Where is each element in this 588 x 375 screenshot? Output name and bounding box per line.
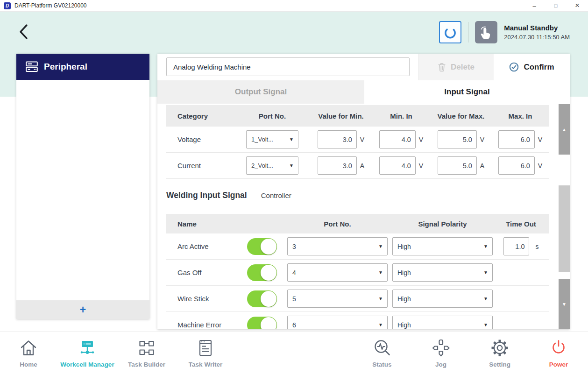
arc-active-port-select[interactable]: 3 ▼ [287, 237, 388, 255]
arrow-up-icon: ▲ [562, 127, 567, 132]
current-max-in-input[interactable] [498, 156, 535, 175]
row-label: Gas Off [166, 269, 241, 276]
minimize-icon[interactable]: – [524, 0, 545, 11]
unit-label: V [360, 136, 364, 143]
nav-label: Power [549, 361, 568, 368]
chevron-down-icon: ▼ [378, 322, 387, 327]
unit-label: V [538, 136, 542, 143]
voltage-value-for-max-input[interactable] [438, 130, 477, 149]
row-label: Machine Error [166, 321, 241, 329]
col-max-in: Max. In [491, 112, 549, 120]
machine-error-toggle[interactable] [247, 317, 277, 330]
col-name: Name [166, 220, 241, 228]
col-value-for-min: Value for Min. [310, 112, 372, 120]
arc-active-polarity-select[interactable]: High ▼ [392, 237, 493, 255]
peripheral-sidebar: Peripheral + [16, 54, 149, 319]
tab-input-signal[interactable]: Input Signal [364, 80, 570, 104]
arc-active-timeout-input[interactable] [503, 237, 529, 255]
back-button[interactable] [18, 23, 30, 40]
unit-label: V [480, 136, 484, 143]
select-value: 4 [288, 269, 296, 276]
robot-status: Manual Standby 2024.07.30 11:15:50 AM [504, 24, 570, 41]
signal-tabs: Output Signal Input Signal [157, 80, 570, 104]
voltage-max-in-input[interactable] [498, 130, 535, 149]
nav-item-power[interactable]: Power [524, 337, 588, 368]
trash-icon [438, 62, 446, 72]
gas-off-polarity-select[interactable]: High ▼ [392, 263, 493, 282]
voltage-port-select[interactable]: 1_Volt... ▼ [246, 130, 298, 149]
select-value: 1_Volt... [247, 136, 273, 143]
robot-tcp-button[interactable] [439, 21, 461, 43]
confirm-button-label: Confirm [524, 63, 554, 72]
nav-label: Home [20, 361, 37, 368]
nav-item-task-writer[interactable]: Task Writer [170, 337, 241, 368]
vertical-scrollbar: ▲ ▼ [559, 54, 570, 329]
app-title: DART-Platform GV02120000 [14, 2, 87, 9]
section-title: Welding Input Signal [166, 191, 247, 200]
table-row-machine-error: Machine Error 6 ▼ High ▼ [166, 312, 549, 329]
toggle-knob [261, 265, 276, 281]
unit-label: A [360, 162, 364, 170]
power-icon [548, 337, 569, 359]
add-peripheral-button[interactable]: + [16, 300, 149, 319]
col-min-in: Min. In [372, 112, 431, 120]
manual-mode-badge[interactable] [475, 21, 497, 43]
select-value: 6 [288, 321, 296, 329]
row-label: Current [166, 162, 234, 170]
row-label: Voltage [166, 135, 234, 143]
maximize-icon[interactable]: □ [545, 0, 567, 11]
chevron-down-icon: ▼ [483, 244, 492, 249]
wire-stick-toggle[interactable] [247, 290, 277, 307]
unit-label: V [538, 162, 542, 170]
gas-off-toggle[interactable] [247, 264, 277, 281]
close-icon[interactable]: × [567, 0, 588, 11]
chevron-down-icon: ▼ [483, 322, 492, 327]
scroll-up-button[interactable]: ▲ [559, 104, 570, 155]
table-row-gas-off: Gas Off 4 ▼ High ▼ [166, 260, 549, 286]
nav-label: Status [372, 361, 391, 368]
gas-off-port-select[interactable]: 4 ▼ [287, 263, 388, 282]
check-circle-icon [509, 62, 519, 72]
toggle-knob [261, 317, 276, 330]
toggle-knob [261, 239, 276, 255]
current-value-for-min-input[interactable] [318, 156, 357, 175]
voltage-value-for-min-input[interactable] [318, 130, 357, 149]
toggle-knob [261, 291, 276, 307]
delete-button[interactable]: Delete [418, 54, 494, 80]
wire-stick-polarity-select[interactable]: High ▼ [392, 290, 493, 308]
scroll-down-button[interactable]: ▼ [559, 279, 570, 329]
task-writer-icon [195, 337, 216, 359]
welding-section-heading: Welding Input Signal Controller [166, 191, 291, 200]
tab-output-signal[interactable]: Output Signal [157, 80, 364, 104]
select-value: 2_Volt... [247, 162, 273, 169]
machine-error-polarity-select[interactable]: High ▼ [392, 316, 493, 329]
row-label: Wire Stick [166, 295, 241, 303]
chevron-down-icon: ▼ [378, 296, 387, 301]
current-value-for-max-input[interactable] [438, 156, 477, 175]
unit-label: A [480, 162, 484, 170]
window-controls: – □ × [524, 0, 588, 11]
scrollbar-thumb[interactable] [559, 185, 570, 272]
col-time-out: Time Out [493, 220, 549, 228]
setting-gear-icon [489, 337, 510, 359]
welding-signal-table: Name Port No. Signal Polarity Time Out A… [166, 214, 549, 329]
section-subtitle-controller: Controller [261, 191, 291, 199]
voltage-min-in-input[interactable] [379, 130, 416, 149]
dart-platform-window: D DART-Platform GV02120000 – □ × Man [0, 0, 588, 375]
jog-icon [430, 337, 452, 359]
manual-hand-icon [478, 24, 494, 40]
peripheral-name-input[interactable] [166, 57, 410, 76]
wire-stick-port-select[interactable]: 5 ▼ [287, 290, 388, 308]
plus-icon: + [80, 304, 86, 315]
machine-error-port-select[interactable]: 6 ▼ [287, 316, 388, 329]
select-value: 3 [288, 243, 296, 250]
header-status-cluster: Manual Standby 2024.07.30 11:15:50 AM [439, 21, 570, 43]
sidebar-item-peripheral[interactable]: Peripheral [16, 54, 149, 80]
workcell-manager-icon [77, 337, 98, 359]
select-value: High [393, 321, 411, 329]
arc-active-toggle[interactable] [247, 238, 277, 255]
nav-label: Workcell Manager [60, 361, 114, 368]
bottom-navigation: Home Workcell Manager [0, 332, 588, 375]
current-port-select[interactable]: 2_Volt... ▼ [246, 156, 298, 175]
current-min-in-input[interactable] [379, 156, 416, 175]
